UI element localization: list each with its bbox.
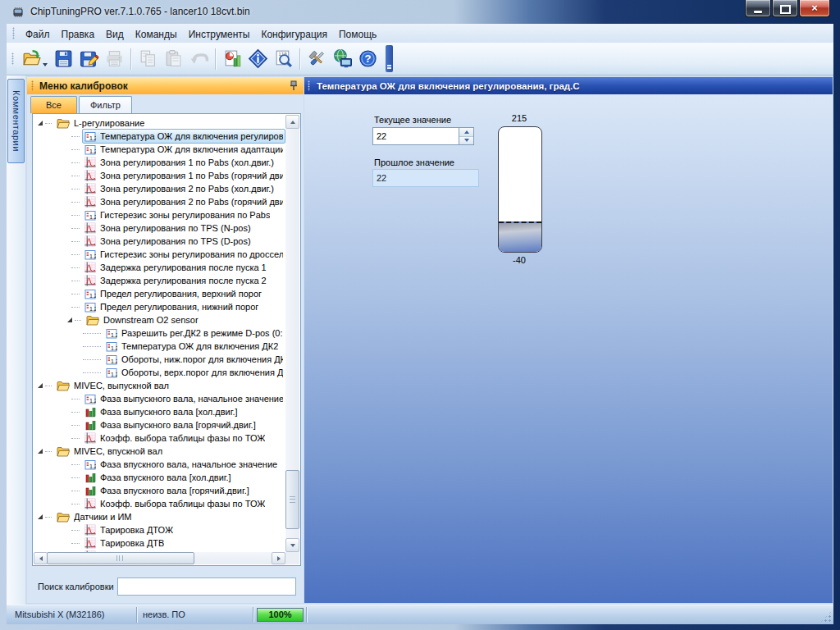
- tree-item[interactable]: Коэфф. выбора таблицы фазы по ТОЖ: [34, 431, 285, 445]
- tree-folder[interactable]: MIVEC, выпускной вал: [34, 379, 285, 392]
- tree-item[interactable]: Зона регулирования 2 по Pabs (хол.двиг.): [34, 182, 285, 195]
- scroll-left-arrow-icon[interactable]: [34, 552, 48, 564]
- vertical-scroll-thumb[interactable]: [285, 470, 299, 529]
- tree-item[interactable]: Зона регулирования по TPS (N-pos): [34, 221, 285, 235]
- comments-tab[interactable]: Комментарии: [7, 79, 25, 163]
- svg-text:1.2: 1.2: [111, 345, 117, 350]
- tree-item[interactable]: Тарировка ДТОЖ: [34, 523, 285, 536]
- tree-item[interactable]: Зона регулирования 2 по Pabs (горячий дв…: [34, 195, 285, 208]
- online-button[interactable]: [330, 46, 355, 71]
- horizontal-scroll-thumb[interactable]: [47, 552, 194, 564]
- menu-Инструменты[interactable]: Инструменты: [183, 26, 256, 43]
- resize-grip[interactable]: [820, 611, 832, 623]
- spin-up-button[interactable]: [459, 128, 473, 137]
- save-as-button[interactable]: [76, 46, 102, 71]
- tree-item-label: Разрешить рег.ДК2 в режиме D-pos (0: з: [121, 328, 283, 338]
- tree-item-label: Предел регулирования, нижний порог: [100, 302, 258, 312]
- tree-item[interactable]: 1.2Обороты, верх.порог для включения ДК2: [34, 366, 285, 379]
- tree-expander-icon[interactable]: [38, 121, 43, 126]
- panel-header-grip[interactable]: [31, 80, 34, 91]
- tree-folder[interactable]: Downstream O2 sensor: [34, 313, 285, 326]
- tree-connector: [83, 333, 101, 334]
- open-file-button[interactable]: [19, 46, 44, 71]
- tree-item[interactable]: Зона регулирования по TPS (D-pos): [34, 235, 285, 248]
- tree-connector: [71, 136, 80, 137]
- toolbar-grip[interactable]: [11, 52, 14, 65]
- tree-connector: [71, 294, 80, 294]
- menu-Правка[interactable]: Правка: [56, 26, 101, 43]
- tree-horizontal-scrollbar[interactable]: [34, 552, 285, 564]
- dropdown-caret-icon[interactable]: [43, 63, 48, 66]
- tree-item[interactable]: Фаза выпускного вала [горячий.двиг.]: [34, 418, 285, 431]
- tree-expander-icon[interactable]: [38, 449, 43, 454]
- tree-item[interactable]: 1.2Гистерезис зоны регулирования по дрос…: [34, 248, 285, 261]
- tools-button[interactable]: [304, 46, 330, 71]
- tree-folder[interactable]: Датчики и ИМ: [34, 510, 285, 523]
- close-button[interactable]: ×: [799, 0, 830, 17]
- current-value-input[interactable]: [373, 128, 459, 144]
- tree-item[interactable]: 1.2Разрешить рег.ДК2 в режиме D-pos (0: …: [34, 326, 285, 340]
- tree-item[interactable]: Задержка регулирования после пуска 2: [34, 274, 285, 287]
- minimize-button[interactable]: [745, 0, 771, 17]
- pin-icon[interactable]: [288, 80, 299, 92]
- menu-Конфигурация[interactable]: Конфигурация: [255, 26, 333, 43]
- tree-item-label: Зона регулирования 2 по Pabs (горячий дв…: [100, 197, 283, 207]
- maximize-button[interactable]: [772, 0, 798, 17]
- menu-bar: ФайлПравкаВидКомандыИнструментыКонфигура…: [7, 24, 833, 43]
- help-button[interactable]: ?: [355, 46, 381, 71]
- tree-item[interactable]: 1.2Фаза выпускного вала, начальное значе…: [34, 392, 285, 405]
- tree-item[interactable]: Зона регулирования 1 по Pabs (хол.двиг.): [34, 156, 285, 169]
- save-file-button[interactable]: [51, 46, 76, 71]
- tree-item-label: Зона регулирования по TPS (N-pos): [100, 223, 251, 233]
- scroll-up-arrow-icon[interactable]: [285, 115, 299, 129]
- menu-Вид[interactable]: Вид: [100, 26, 130, 43]
- tree-item[interactable]: 1.2Температура ОЖ для включения адаптаци…: [34, 143, 285, 156]
- tree-vertical-scrollbar[interactable]: [285, 115, 299, 552]
- tree-item[interactable]: Фаза впускного вала [горячий.двиг.]: [34, 484, 285, 497]
- hex-view-button[interactable]: 110: [271, 46, 296, 71]
- tree-expander-icon[interactable]: [38, 514, 43, 519]
- tree-item[interactable]: Задержка регулирования после пуска 1: [34, 261, 285, 274]
- tree-folder[interactable]: L-регулирование: [34, 116, 285, 130]
- tree-item[interactable]: Коэфф. выбора таблицы фазы по ТОЖ: [34, 497, 285, 510]
- tree-item[interactable]: 1.2Предел регулирования, нижний порог: [34, 300, 285, 313]
- gauge-min-label: -40: [474, 255, 564, 265]
- folder-open-icon: [57, 118, 70, 129]
- folder-open-icon: [86, 315, 99, 326]
- tree-item[interactable]: Тарировка ДТВ: [34, 536, 285, 550]
- scroll-right-arrow-icon[interactable]: [272, 552, 285, 564]
- tab-Фильтр[interactable]: Фильтр: [79, 96, 132, 113]
- info-button[interactable]: [245, 46, 271, 71]
- tree-item[interactable]: 1.2Температура ОЖ для включения регулиро…: [34, 130, 285, 143]
- calibration-search-input[interactable]: [117, 578, 296, 596]
- tree-item[interactable]: 1.2Фаза впускного вала, начальное значен…: [34, 458, 285, 471]
- print-button: [102, 46, 127, 71]
- parameter-header-grip[interactable]: [308, 80, 310, 91]
- tree-item[interactable]: 1.2Температура ОЖ для включения ДК2: [34, 340, 285, 353]
- tree-item[interactable]: Фаза впускного вала [хол.двиг.]: [34, 471, 285, 484]
- toolbar-overflow-handle[interactable]: [386, 45, 393, 72]
- curve-table-icon: [84, 235, 96, 247]
- tree-item[interactable]: 1.2Гистерезис зоны регулирования по Pabs: [34, 208, 285, 221]
- panel-title: Меню калибровок: [39, 80, 128, 92]
- tree-item[interactable]: 1.2Обороты, ниж.порог для включения ДК2: [34, 353, 285, 366]
- scalar-value-icon: 1.2: [106, 328, 117, 339]
- scroll-down-arrow-icon[interactable]: [285, 538, 299, 552]
- tree-item[interactable]: Фаза выпускного вала [хол.двиг.]: [34, 405, 285, 418]
- tree-item[interactable]: Зона регулирования 1 по Pabs (горячий дв…: [34, 169, 285, 182]
- tree-expander-icon[interactable]: [38, 383, 43, 388]
- tree-expander-icon[interactable]: [67, 317, 72, 322]
- menu-Файл[interactable]: Файл: [20, 26, 56, 43]
- tab-Все[interactable]: Все: [30, 96, 77, 113]
- tree-folder[interactable]: MIVEC, впускной вал: [34, 445, 285, 458]
- scrollbar-corner: [285, 552, 299, 564]
- spin-down-button[interactable]: [459, 137, 473, 145]
- title-bar: ChipTuningPRO ver.7.1.0.765 - lancer10 1…: [0, 0, 840, 24]
- tree-item[interactable]: 1.2Предел регулирования, верхний порог: [34, 287, 285, 300]
- checksum-button[interactable]: [220, 46, 245, 71]
- menu-Команды[interactable]: Команды: [130, 26, 183, 43]
- tree-connector: [83, 359, 101, 360]
- menubar-grip[interactable]: [12, 27, 15, 39]
- menu-Помощь[interactable]: Помощь: [333, 26, 382, 43]
- parameter-panel-body: Текущее значение Прошлое значение 22 215…: [304, 94, 833, 603]
